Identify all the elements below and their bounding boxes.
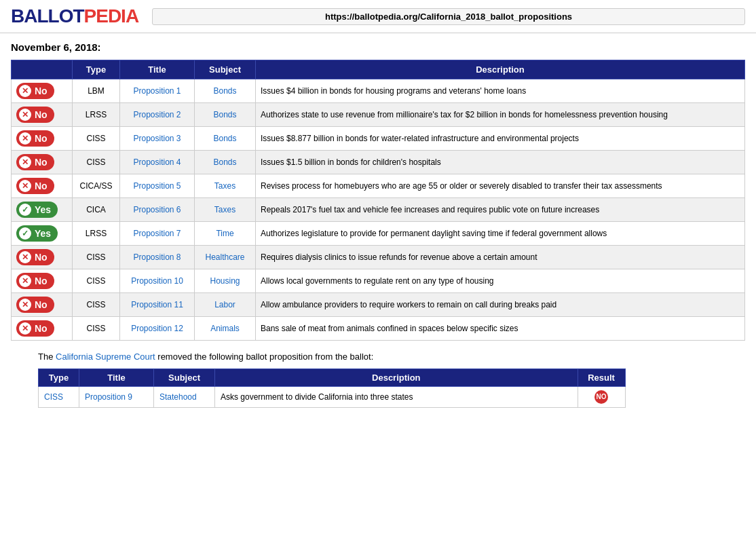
subject-cell: Taxes [195,174,256,198]
type-cell: LBM [73,79,120,103]
vote-label: No [35,299,48,310]
logo-pedia: PEDIA [84,5,139,26]
no-icon: ✕ [19,251,31,263]
url-bar[interactable]: https://ballotpedia.org/California_2018_… [152,8,745,25]
subject-cell: Taxes [195,198,256,222]
date-heading: November 6, 2018: [11,41,745,53]
table-row: ✓YesCICAProposition 6TaxesRepeals 2017's… [12,198,745,222]
no-icon: ✕ [19,275,31,287]
description-cell: Issues $1.5 billion in bonds for childre… [256,151,745,174]
table-row: ✕NoCISSProposition 8HealthcareRequires d… [12,246,745,269]
content: November 6, 2018: Type Title Subject Des… [0,33,756,416]
title-cell: Proposition 10 [120,269,195,293]
subject-cell: Time [195,222,256,246]
subject-header: Subject [195,60,256,79]
title-cell: Proposition 2 [120,103,195,127]
sub-desc-header: Description [215,369,578,387]
table-row: ✓YesLRSSProposition 7TimeAuthorizes legi… [12,222,745,246]
title-cell: Proposition 8 [120,246,195,269]
vote-badge: ✓Yes [16,202,58,218]
subject-cell: Animals [195,317,256,341]
table-row: ✕NoCISSProposition 4BondsIssues $1.5 bil… [12,151,745,174]
vote-badge: ✓Yes [16,225,58,242]
vote-label: Yes [35,228,51,239]
vote-badge: ✕No [16,273,54,289]
vote-header [12,60,73,79]
table-row: ✕NoCICA/SSProposition 5TaxesRevises proc… [12,174,745,198]
title-cell: Proposition 5 [120,174,195,198]
table-row: ✕NoLRSSProposition 2BondsAuthorizes stat… [12,103,745,127]
type-cell: LRSS [73,222,120,246]
vote-label: No [35,276,48,286]
table-row: ✕NoCISSProposition 12AnimalsBans sale of… [12,317,745,341]
title-cell: Proposition 3 [120,127,195,151]
type-cell: CISS [73,127,120,151]
no-icon: ✕ [19,109,31,121]
subject-cell: Healthcare [195,246,256,269]
vote-label: No [35,181,48,191]
vote-badge: ✕No [16,178,54,194]
yes-icon: ✓ [19,204,31,216]
sub-subject-header: Subject [154,369,215,387]
type-header: Type [73,60,120,79]
subject-cell: Labor [195,293,256,317]
no-icon: ✕ [19,180,31,192]
vote-badge: ✕No [16,320,54,337]
vote-label: No [35,86,48,96]
result-no-badge: NO [594,390,608,404]
sub-table: Type Title Subject Description Result CI… [38,368,626,408]
vote-label: No [35,109,48,120]
table-row: ✕NoLBMProposition 1BondsIssues $4 billio… [12,79,745,103]
description-header: Description [256,60,745,79]
sub-type-cell: CISS [39,387,79,408]
vote-badge: ✕No [16,297,54,313]
logo-ballot: BALLOT [11,5,84,26]
table-row: ✕NoCISSProposition 11LaborAllow ambulanc… [12,293,745,317]
sub-table-row: CISSProposition 9StatehoodAsks governmen… [39,387,626,408]
description-cell: Allow ambulance providers to require wor… [256,293,745,317]
description-cell: Bans sale of meat from animals confined … [256,317,745,341]
type-cell: CISS [73,151,120,174]
sub-result-header: Result [578,369,625,387]
type-cell: CISS [73,246,120,269]
no-icon: ✕ [19,322,31,335]
sub-description-cell: Asks government to divide California int… [215,387,578,408]
type-cell: CICA [73,198,120,222]
subject-cell: Bonds [195,151,256,174]
yes-icon: ✓ [19,227,31,240]
no-icon: ✕ [19,85,31,97]
vote-label: No [35,323,48,334]
description-cell: Requires dialysis clinics to issue refun… [256,246,745,269]
vote-badge: ✕No [16,154,54,170]
vote-badge: ✕No [16,130,54,147]
table-row: ✕NoCISSProposition 10HousingAllows local… [12,269,745,293]
type-cell: LRSS [73,103,120,127]
supreme-court-link[interactable]: California Supreme Court [56,352,155,362]
removed-before: The [38,352,56,362]
vote-label: No [35,157,48,168]
description-cell: Allows local governments to regulate ren… [256,269,745,293]
subject-cell: Bonds [195,127,256,151]
title-cell: Proposition 1 [120,79,195,103]
description-cell: Revises process for homebuyers who are a… [256,174,745,198]
description-cell: Authorizes state to use revenue from mil… [256,103,745,127]
top-bar: BALLOTPEDIA https://ballotpedia.org/Cali… [0,0,756,33]
table-row: ✕NoCISSProposition 3BondsIssues $8.877 b… [12,127,745,151]
sub-result-cell: NO [578,387,625,408]
title-cell: Proposition 11 [120,293,195,317]
vote-label: Yes [35,204,51,215]
removed-after: removed the following ballot proposition… [155,352,374,362]
type-cell: CISS [73,269,120,293]
subject-cell: Bonds [195,103,256,127]
description-cell: Authorizes legislature to provide for pe… [256,222,745,246]
sub-type-header: Type [39,369,79,387]
main-table: Type Title Subject Description ✕NoLBMPro… [11,60,745,341]
no-icon: ✕ [19,299,31,311]
sub-title-header: Title [79,369,154,387]
vote-label: No [35,252,48,263]
no-icon: ✕ [19,132,31,145]
title-cell: Proposition 6 [120,198,195,222]
subject-cell: Bonds [195,79,256,103]
type-cell: CICA/SS [73,174,120,198]
logo: BALLOTPEDIA [11,5,138,27]
